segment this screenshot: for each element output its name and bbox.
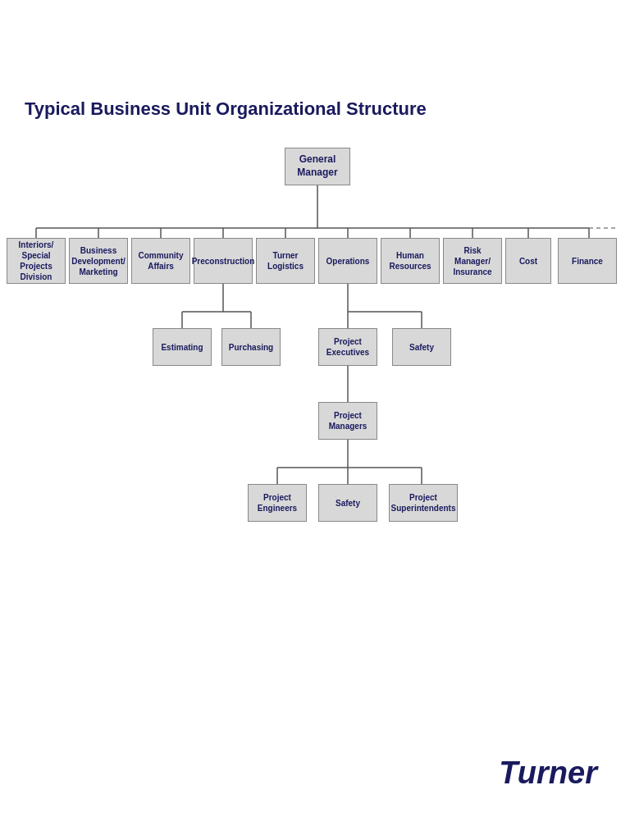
- box-project-managers: ProjectManagers: [318, 402, 377, 440]
- box-general-manager: GeneralManager: [285, 148, 350, 185]
- box-safety-top: Safety: [392, 328, 451, 366]
- box-business-dev: BusinessDevelopment/Marketing: [69, 238, 128, 284]
- box-interiors: Interiors/Special ProjectsDivision: [7, 238, 66, 284]
- box-cost: Cost: [505, 238, 551, 284]
- box-safety-bottom: Safety: [318, 484, 377, 522]
- box-community-affairs: CommunityAffairs: [131, 238, 190, 284]
- page-title: Typical Business Unit Organizational Str…: [25, 98, 427, 120]
- box-project-executives: ProjectExecutives: [318, 328, 377, 366]
- box-project-superintendents: ProjectSuperintendents: [389, 484, 458, 522]
- box-estimating: Estimating: [153, 328, 212, 366]
- box-operations: Operations: [318, 238, 377, 284]
- connector-lines: [0, 139, 630, 541]
- box-finance: Finance: [558, 238, 617, 284]
- box-project-engineers: ProjectEngineers: [248, 484, 307, 522]
- box-purchasing: Purchasing: [221, 328, 281, 366]
- turner-logo: Turner: [499, 756, 597, 791]
- box-preconstruction: Preconstruction: [194, 238, 253, 284]
- box-human-resources: HumanResources: [381, 238, 440, 284]
- box-risk-manager: RiskManager/Insurance: [443, 238, 502, 284]
- box-turner-logistics: TurnerLogistics: [256, 238, 315, 284]
